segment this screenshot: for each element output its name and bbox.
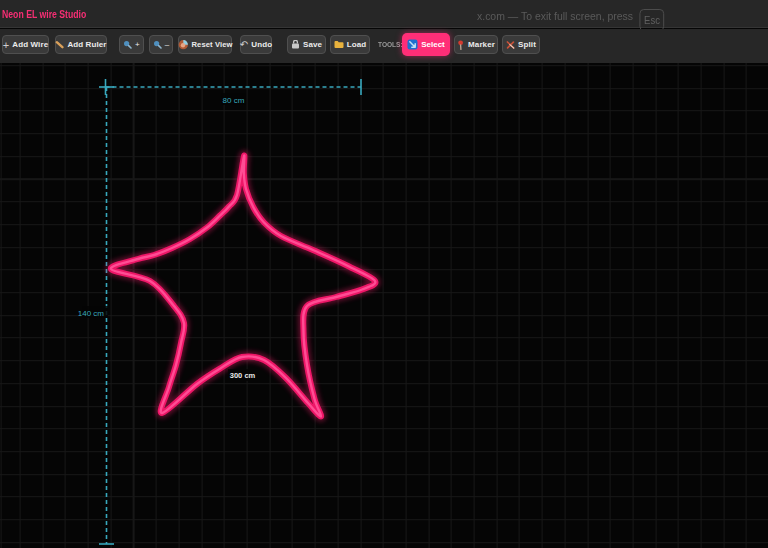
svg-text:300 cm: 300 cm <box>230 371 256 380</box>
svg-text:140 cm: 140 cm <box>78 309 105 318</box>
svg-text:80 cm: 80 cm <box>223 96 245 105</box>
